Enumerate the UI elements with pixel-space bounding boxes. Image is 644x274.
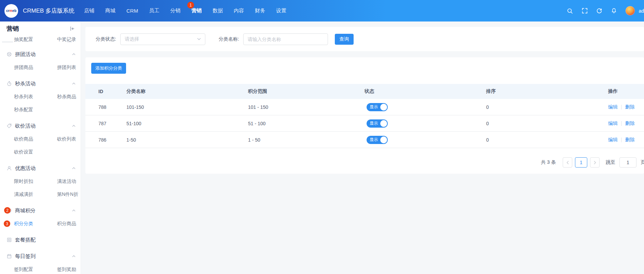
sidebar-item-lottery-config[interactable]: 抽奖配置: [14, 36, 57, 45]
cell-range: 1 - 50: [242, 137, 358, 143]
nav-item-finance[interactable]: 财务: [249, 0, 271, 21]
cell-name: 101-150: [120, 104, 242, 110]
sidebar-item-seckill-list[interactable]: 秒杀列表: [14, 90, 57, 103]
sidebar-item-points-goods[interactable]: 积分商品: [57, 217, 81, 230]
group-title-groupbuy[interactable]: 拼团活动: [0, 47, 81, 61]
sidebar-item-limited-discount[interactable]: 限时折扣: [14, 175, 57, 188]
prev-page-button[interactable]: [563, 157, 572, 168]
add-points-category-button[interactable]: 添加积分分类: [91, 63, 126, 74]
col-range: 积分范围: [242, 88, 358, 95]
sidebar-item-groupbuy-goods[interactable]: 拼团商品: [14, 61, 57, 74]
fullscreen-icon[interactable]: [581, 8, 588, 14]
nav-item-staff[interactable]: 员工: [143, 0, 165, 21]
group-title-points[interactable]: 2 商城积分: [0, 204, 81, 217]
seckill-icon: [6, 81, 12, 86]
nav-item-settings[interactable]: 设置: [271, 0, 292, 21]
group-title-bargain[interactable]: 砍价活动: [0, 119, 81, 133]
status-toggle[interactable]: 显示: [367, 119, 388, 128]
sidebar-item-full-gift[interactable]: 满送活动: [57, 175, 81, 188]
chevron-up-icon: [72, 53, 76, 55]
sidebar-group-bargain: 砍价活动 砍价商品 砍价列表 砍价设置: [0, 119, 81, 159]
cell-range: 101 - 150: [242, 104, 358, 110]
bell-icon[interactable]: [611, 8, 617, 14]
sidebar-item-groupbuy-list[interactable]: 拼团列表: [57, 61, 81, 74]
sidebar-group-points: 2 商城积分 3 积分分类 积分商品: [0, 204, 81, 230]
group-buy-icon: [6, 52, 12, 57]
sidebar-header: 营销: [0, 21, 81, 36]
bargain-icon: [6, 123, 12, 129]
nav-item-mall[interactable]: 商城: [100, 0, 121, 21]
delete-link[interactable]: 删除: [625, 137, 635, 142]
nav-item-marketing[interactable]: 营销 1: [186, 0, 207, 21]
status-toggle[interactable]: 显示: [367, 136, 388, 144]
cell-id: 788: [92, 104, 120, 110]
category-name-input[interactable]: [243, 33, 328, 45]
table-header: ID 分类名称 积分范围 状态 排序 操作: [85, 84, 644, 99]
points-category-table: ID 分类名称 积分范围 状态 排序 操作 788 101-150 101 - …: [85, 84, 644, 148]
user-name[interactable]: ad: [639, 8, 644, 14]
nav-item-label: 营销: [191, 8, 202, 14]
group-title-combo[interactable]: 套餐搭配: [0, 233, 81, 247]
cell-sort: 0: [480, 121, 602, 126]
jump-page-input[interactable]: [619, 157, 636, 168]
next-page-button[interactable]: [590, 157, 600, 168]
status-select[interactable]: 请选择: [120, 33, 205, 45]
group-title-seckill[interactable]: 秒杀活动: [0, 77, 81, 90]
search-button[interactable]: 查询: [335, 34, 354, 45]
refresh-icon[interactable]: [596, 8, 602, 14]
divider: [2, 42, 13, 42]
delete-link[interactable]: 删除: [625, 120, 635, 126]
sidebar-item-bargain-goods[interactable]: 砍价商品: [14, 133, 57, 146]
sidebar-item-seckill-goods[interactable]: 秒杀商品: [57, 90, 81, 103]
combo-icon: [6, 237, 12, 243]
chevron-down-icon: [197, 38, 201, 40]
sidebar-item-seckill-config[interactable]: 秒杀配置: [14, 103, 57, 116]
table-card: 添加积分分类 ID 分类名称 积分范围 状态 排序 操作 788 101-150…: [85, 57, 644, 174]
collapse-sidebar-icon[interactable]: [69, 26, 75, 31]
edit-link[interactable]: 编辑: [608, 137, 618, 142]
status-filter-label: 分类状态:: [96, 36, 116, 42]
search-icon[interactable]: [567, 8, 573, 14]
user-avatar[interactable]: [626, 6, 635, 15]
chevron-up-icon: [72, 125, 76, 127]
sidebar-scroll-area: 抽奖配置 中奖记录 拼团活动 拼团商品 拼团列表: [0, 36, 81, 274]
col-sort: 排序: [480, 88, 602, 95]
page-1-button[interactable]: 1: [575, 157, 587, 168]
sidebar-item-points-category[interactable]: 3 积分分类: [14, 217, 57, 230]
page-suffix-label: 页: [641, 159, 644, 165]
sidebar-item-nth-discount[interactable]: 第N件N折: [57, 188, 81, 201]
divider: [67, 42, 72, 42]
status-toggle[interactable]: 显示: [367, 103, 388, 111]
edit-link[interactable]: 编辑: [608, 104, 618, 110]
delete-link[interactable]: 删除: [625, 104, 635, 110]
points-category-badge: 3: [4, 220, 10, 227]
nav-item-content[interactable]: 内容: [228, 0, 249, 21]
group-title-promo[interactable]: 优惠活动: [0, 161, 81, 175]
main-content: 分类状态: 请选择 分类名称: 查询 添加积分分类 ID 分类名称 积分范围 状…: [81, 21, 644, 274]
jump-to-label: 跳至: [606, 159, 615, 165]
sidebar-group-groupbuy: 拼团活动 拼团商品 拼团列表: [0, 47, 81, 74]
top-nav: 店铺 商城 CRM 员工 分销 营销 1 数据 内容 财务 设置: [79, 0, 292, 21]
logo-text: crmeb: [6, 9, 16, 13]
sidebar-item-signin-rewards[interactable]: 签到奖励: [57, 263, 81, 274]
group-title-signin[interactable]: 每日签到: [0, 249, 81, 263]
chevron-up-icon: [72, 210, 76, 212]
points-group-badge: 2: [4, 207, 11, 214]
signin-calendar-icon: [6, 254, 12, 259]
sidebar-item-full-reduction[interactable]: 满减满折: [14, 188, 57, 201]
nav-item-shop[interactable]: 店铺: [79, 0, 100, 21]
cell-id: 786: [92, 137, 120, 143]
sidebar-item-winning-records[interactable]: 中奖记录: [57, 36, 81, 45]
sidebar-item-signin-config[interactable]: 签到配置: [14, 263, 57, 274]
action-divider: |: [621, 137, 622, 142]
clipped-menu-row: 抽奖配置 中奖记录: [0, 36, 81, 45]
sidebar-group-combo: 套餐搭配: [0, 233, 81, 247]
sidebar-group-signin: 每日签到 签到配置 签到奖励: [0, 249, 81, 274]
edit-link[interactable]: 编辑: [608, 120, 618, 126]
sidebar-item-bargain-list[interactable]: 砍价列表: [57, 133, 81, 146]
nav-item-data[interactable]: 数据: [207, 0, 228, 21]
chevron-up-icon: [72, 167, 76, 169]
sidebar-item-bargain-settings[interactable]: 砍价设置: [14, 146, 57, 159]
nav-item-crm[interactable]: CRM: [121, 0, 143, 21]
nav-item-distribution[interactable]: 分销: [165, 0, 186, 21]
